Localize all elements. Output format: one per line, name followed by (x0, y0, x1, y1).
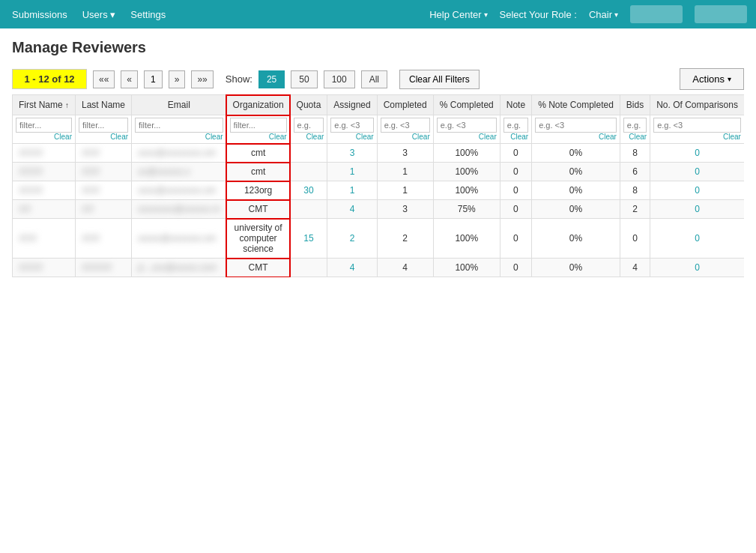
cell-last-name: XX (76, 200, 132, 219)
cell-assigned: 3 (327, 144, 377, 163)
filter-cell-email: Clear (132, 115, 227, 144)
nav-settings[interactable]: Settings (127, 3, 169, 26)
help-center-dropdown[interactable]: Help Center (429, 9, 487, 20)
page-title: Manage Reviewers (0, 28, 756, 64)
top-navigation: Submissions Users ▾ Settings Help Center… (0, 0, 756, 28)
filter-pct-completed[interactable] (437, 118, 497, 133)
cell-pct-completed: 75% (433, 200, 500, 219)
col-header-first-name[interactable]: First Name ↑ (13, 95, 76, 115)
filter-cell-pct-completed: Clear (433, 115, 500, 144)
filter-cell-pct-note-completed: Clear (532, 115, 620, 144)
clear-pct-completed[interactable]: Clear (437, 133, 497, 141)
clear-first-name[interactable]: Clear (16, 133, 72, 141)
show-label: Show: (226, 73, 252, 85)
filter-email[interactable] (135, 118, 223, 133)
clear-no-of-comparisons[interactable]: Clear (653, 133, 741, 141)
col-header-bids: Bids (620, 95, 650, 115)
clear-bids[interactable]: Clear (623, 133, 647, 141)
cell-completed: 3 (377, 200, 433, 219)
filter-pct-note-completed[interactable] (535, 118, 617, 133)
clear-assigned[interactable]: Clear (330, 133, 373, 141)
filter-row: Clear Clear Clear Clear Clear (13, 115, 745, 144)
clear-all-filters-button[interactable]: Clear All Filters (399, 70, 480, 89)
user-avatar (630, 5, 683, 23)
filter-organization[interactable] (230, 118, 287, 133)
cell-assigned: 4 (327, 259, 377, 277)
cell-pct-note-completed: 0% (532, 259, 620, 277)
clear-quota[interactable]: Clear (294, 133, 324, 141)
cell-assigned: 1 (327, 163, 377, 181)
filter-note[interactable] (504, 118, 528, 133)
cell-assigned: 4 (327, 200, 377, 219)
clear-completed[interactable]: Clear (381, 133, 430, 141)
nav-users[interactable]: Users ▾ (82, 9, 116, 20)
filter-completed[interactable] (381, 118, 430, 133)
cell-last-name: XXX (76, 163, 132, 181)
cell-assigned: 1 (327, 181, 377, 200)
cell-first-name: XXXX (13, 144, 76, 163)
cell-pct-note-completed: 0% (532, 144, 620, 163)
clear-organization[interactable]: Clear (230, 133, 287, 141)
filter-bids[interactable] (623, 118, 647, 133)
prev-page-button[interactable]: « (121, 70, 138, 88)
cell-completed: 2 (377, 219, 433, 259)
cell-last-name: XXX (76, 144, 132, 163)
clear-last-name[interactable]: Clear (79, 133, 128, 141)
clear-note[interactable]: Clear (504, 133, 528, 141)
cell-bids: 4 (620, 259, 650, 277)
last-page-button[interactable]: »» (191, 70, 213, 88)
sort-icon-first-name: ↑ (65, 101, 69, 109)
cell-pct-note-completed: 0% (532, 181, 620, 200)
cell-quota (290, 163, 327, 181)
table-row: XXXX XXXXX jc...xxx@xxxxx.com CMT 4 4 10… (13, 259, 745, 277)
cell-note: 0 (500, 181, 531, 200)
cell-organization: CMT (226, 259, 290, 277)
table-row: XXX XXX xxxxx@xxxxxxx.om university of c… (13, 219, 745, 259)
cell-first-name: XX (13, 200, 76, 219)
cell-quota (290, 200, 327, 219)
clear-email[interactable]: Clear (135, 133, 223, 141)
cell-note: 0 (500, 219, 531, 259)
cell-no-of-comparisons: 0 (650, 181, 744, 200)
cell-bids: 8 (620, 181, 650, 200)
page-number-button[interactable]: 1 (144, 70, 163, 88)
show-25-button[interactable]: 25 (258, 70, 285, 88)
show-100-button[interactable]: 100 (324, 70, 355, 88)
filter-assigned[interactable] (330, 118, 373, 133)
table-row: XXXX XXX xxxx@xxxxxxxx.om 123org 30 1 1 … (13, 181, 745, 200)
col-header-last-name: Last Name (76, 95, 132, 115)
filter-first-name[interactable] (16, 118, 72, 133)
first-page-button[interactable]: «« (93, 70, 115, 88)
filter-no-of-comparisons[interactable] (653, 118, 741, 133)
cell-email: xx@xxxxxx.x (132, 163, 227, 181)
actions-button[interactable]: Actions (680, 68, 744, 90)
show-50-button[interactable]: 50 (291, 70, 317, 88)
cell-completed: 4 (377, 259, 433, 277)
table-row: XXXX XXX xx@xxxxxx.x cmt 1 1 100% 0 0% 6… (13, 163, 745, 181)
cell-completed: 1 (377, 181, 433, 200)
show-all-button[interactable]: All (361, 70, 387, 88)
nav-submissions[interactable]: Submissions (9, 3, 70, 26)
user-button[interactable] (695, 5, 747, 23)
col-header-note: Note (500, 95, 531, 115)
cell-no-of-comparisons: 0 (650, 219, 744, 259)
filter-cell-last-name: Clear (76, 115, 132, 144)
clear-pct-note-completed[interactable]: Clear (535, 133, 617, 141)
cell-note: 0 (500, 259, 531, 277)
cell-organization: university of computer science (226, 219, 290, 259)
toolbar: 1 - 12 of 12 «« « 1 » »» Show: 25 50 100… (0, 64, 756, 94)
cell-organization: cmt (226, 144, 290, 163)
pagination-info: 1 - 12 of 12 (12, 69, 87, 89)
cell-last-name: XXX (76, 181, 132, 200)
filter-quota[interactable] (294, 118, 324, 133)
cell-last-name: XXXXX (76, 259, 132, 277)
cell-quota: 30 (290, 181, 327, 200)
cell-first-name: XXXX (13, 181, 76, 200)
cell-pct-completed: 100% (433, 181, 500, 200)
chair-dropdown[interactable]: Chair (589, 9, 618, 20)
cell-first-name: XXXX (13, 259, 76, 277)
next-page-button[interactable]: » (169, 70, 186, 88)
cell-assigned: 2 (327, 219, 377, 259)
filter-last-name[interactable] (79, 118, 128, 133)
cell-pct-completed: 100% (433, 219, 500, 259)
